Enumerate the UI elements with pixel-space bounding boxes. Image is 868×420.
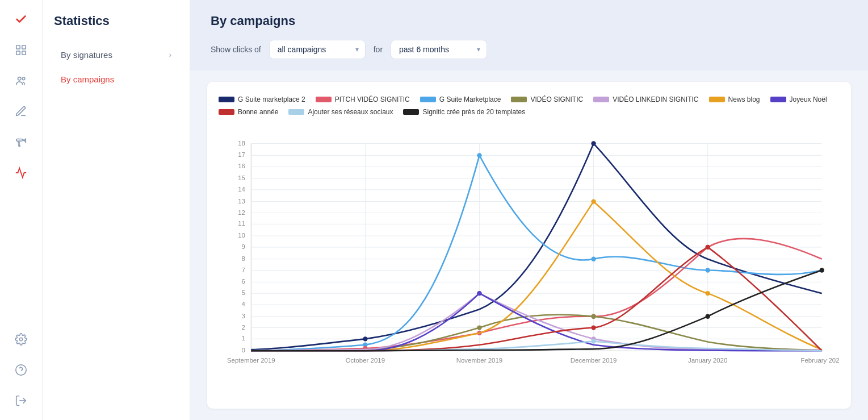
svg-text:November 2019: November 2019 — [456, 357, 503, 364]
svg-text:3: 3 — [242, 313, 245, 319]
legend-item-9: Signitic crée près de 20 templates — [403, 108, 525, 116]
period-select-wrapper[interactable]: past 6 months past 3 months past year — [391, 40, 487, 59]
svg-text:17: 17 — [238, 152, 245, 159]
legend-swatch-8 — [288, 109, 304, 115]
svg-text:18: 18 — [238, 140, 245, 147]
svg-text:9: 9 — [242, 243, 245, 250]
chart-wrapper: .axis-label { font-size: 11px; fill: #88… — [219, 125, 840, 387]
users-icon-item[interactable] — [9, 68, 33, 93]
svg-text:14: 14 — [238, 186, 245, 193]
chart-container: G Suite marketplace 2 PITCH VIDÉO SIGNIT… — [190, 70, 868, 420]
legend-item-7: Bonne année — [219, 108, 278, 116]
chevron-right-icon: › — [169, 51, 171, 59]
svg-point-4 — [18, 77, 22, 81]
legend-item-0: G Suite marketplace 2 — [219, 95, 305, 103]
filter-row: Show clicks of all campaigns Campaign A … — [211, 40, 848, 59]
svg-text:4: 4 — [242, 301, 246, 307]
svg-text:8: 8 — [242, 255, 245, 262]
svg-text:15: 15 — [238, 174, 245, 181]
svg-text:7: 7 — [242, 267, 245, 273]
legend-item-5: News blog — [709, 95, 760, 103]
line-chart: .axis-label { font-size: 11px; fill: #88… — [219, 125, 840, 387]
svg-text:12: 12 — [238, 209, 245, 216]
chart-icon-item[interactable] — [9, 160, 33, 185]
dot-bonne-jan — [705, 245, 710, 249]
dot-g-suite-market-nov — [477, 153, 481, 157]
legend-swatch-7 — [219, 109, 234, 115]
legend-swatch-4 — [593, 97, 609, 102]
dot-noel-nov — [477, 291, 481, 296]
main-content: By campaigns Show clicks of all campaign… — [190, 0, 868, 420]
dot-g-suite-market-dec — [591, 257, 596, 261]
dot-templates-jan — [705, 314, 710, 319]
svg-text:December 2019: December 2019 — [571, 357, 617, 364]
megaphone-icon-item[interactable] — [9, 130, 33, 155]
legend-swatch-2 — [420, 97, 436, 102]
line-g-suite-market — [251, 155, 821, 351]
legend-swatch-6 — [770, 97, 786, 102]
campaign-select[interactable]: all campaigns Campaign A Campaign B — [269, 40, 366, 59]
svg-text:13: 13 — [238, 198, 245, 205]
icon-bar — [0, 0, 43, 420]
svg-rect-0 — [16, 45, 20, 49]
legend-item-4: VIDÉO LINKEDIN SIGNITIC — [593, 95, 698, 103]
dot-bonne-dec — [591, 325, 596, 330]
dot-news-dec — [591, 199, 596, 203]
svg-text:1: 1 — [242, 335, 245, 342]
svg-text:6: 6 — [242, 278, 245, 285]
dot-templates-feb — [820, 268, 824, 272]
pen-icon-item[interactable] — [9, 99, 33, 124]
line-bonne-annee — [251, 247, 821, 351]
svg-text:5: 5 — [242, 289, 245, 296]
grid-icon-item[interactable] — [9, 38, 33, 63]
content-header: By campaigns Show clicks of all campaign… — [190, 0, 868, 70]
dot-ajouter-dec — [591, 339, 596, 343]
svg-text:January 2020: January 2020 — [688, 357, 727, 364]
legend-swatch-0 — [219, 97, 234, 102]
dot-video-sig-nov — [477, 325, 481, 330]
line-g-suite-2 — [251, 144, 821, 350]
legend-swatch-5 — [709, 97, 725, 102]
svg-text:10: 10 — [238, 232, 245, 239]
svg-rect-2 — [16, 51, 20, 55]
filter-show-clicks-label: Show clicks of — [211, 45, 261, 54]
settings-icon-item[interactable] — [9, 327, 33, 352]
svg-point-6 — [19, 338, 23, 341]
svg-point-5 — [22, 77, 25, 80]
legend-swatch-9 — [403, 109, 419, 115]
svg-text:11: 11 — [238, 220, 245, 227]
svg-point-7 — [16, 365, 26, 375]
dot-g-suite-market-jan — [705, 268, 710, 272]
legend-swatch-1 — [316, 97, 332, 102]
campaign-select-wrapper[interactable]: all campaigns Campaign A Campaign B — [269, 40, 366, 59]
chart-legend: G Suite marketplace 2 PITCH VIDÉO SIGNIT… — [219, 95, 840, 116]
sidebar: Statistics By signatures › By campaigns — [43, 0, 190, 420]
logout-icon-item[interactable] — [9, 388, 33, 413]
help-icon-item[interactable] — [9, 357, 33, 382]
dot-news-jan — [705, 291, 710, 296]
svg-text:16: 16 — [238, 163, 245, 169]
legend-item-8: Ajouter ses réseaux sociaux — [288, 108, 393, 116]
svg-text:2: 2 — [242, 324, 245, 331]
filter-for-label: for — [374, 45, 383, 54]
legend-item-3: VIDÉO SIGNITIC — [511, 95, 583, 103]
chart-card: G Suite marketplace 2 PITCH VIDÉO SIGNIT… — [207, 82, 851, 409]
dot-g-suite-2-dec — [591, 141, 596, 145]
page-title: By campaigns — [211, 14, 848, 28]
svg-rect-3 — [22, 51, 26, 55]
legend-item-2: G Suite Marketplace — [420, 95, 501, 103]
dot-video-sig-dec — [591, 314, 596, 319]
dot-g-suite-2-oct — [363, 336, 367, 341]
legend-item-6: Joyeux Noël — [770, 95, 827, 103]
checkmark-icon-item[interactable] — [9, 7, 33, 32]
svg-text:October 2019: October 2019 — [346, 357, 385, 364]
period-select[interactable]: past 6 months past 3 months past year — [391, 40, 487, 59]
svg-text:September 2019: September 2019 — [227, 357, 275, 364]
svg-text:0: 0 — [242, 347, 245, 354]
sidebar-title: Statistics — [54, 14, 178, 28]
svg-rect-1 — [22, 45, 26, 49]
legend-swatch-3 — [511, 97, 527, 102]
sidebar-item-by-signatures[interactable]: By signatures › — [54, 44, 178, 65]
legend-item-1: PITCH VIDÉO SIGNITIC — [316, 95, 410, 103]
sidebar-item-by-campaigns[interactable]: By campaigns — [54, 69, 178, 90]
